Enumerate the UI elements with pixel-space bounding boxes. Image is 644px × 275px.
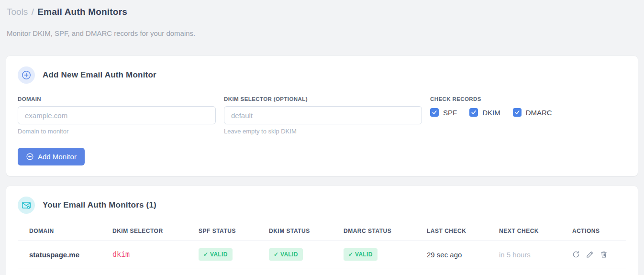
check-records-label: CHECK RECORDS — [430, 96, 626, 102]
monitor-domain: statuspage.me — [18, 241, 101, 268]
check-records-options: SPF DKIM DMARC — [430, 108, 626, 117]
add-monitor-card-title: Add New Email Auth Monitor — [43, 70, 156, 80]
add-monitor-form: DOMAIN Domain to monitor DKIM SELECTOR (… — [18, 96, 626, 135]
add-monitor-button-label: Add Monitor — [38, 153, 77, 161]
column-header-dkim-selector: DKIM SELECTOR — [101, 221, 187, 241]
dkim-selector-input[interactable] — [224, 106, 422, 124]
checkbox-spf[interactable]: SPF — [430, 108, 457, 117]
add-monitor-card: Add New Email Auth Monitor DOMAIN Domain… — [6, 56, 638, 176]
page-title: Email Auth Monitors — [37, 7, 127, 17]
column-header-last-check: LAST CHECK — [415, 221, 488, 241]
plus-circle-icon — [18, 66, 35, 84]
edit-pencil-icon[interactable] — [586, 251, 594, 258]
checkbox-checked-icon — [513, 108, 522, 117]
domain-field-group: DOMAIN Domain to monitor — [18, 96, 216, 135]
monitor-dmarc-status-cell: ✓ VALID — [332, 241, 415, 268]
column-header-next-check: NEXT CHECK — [488, 221, 561, 241]
monitor-dkim-status-cell: ✓ VALID — [257, 241, 332, 268]
checkbox-dmarc[interactable]: DMARC — [513, 108, 552, 117]
monitors-table: DOMAIN DKIM SELECTOR SPF STATUS DKIM STA… — [18, 221, 626, 268]
checkbox-checked-icon — [469, 108, 478, 117]
spf-status-badge: ✓ VALID — [199, 248, 233, 261]
checkbox-dkim-label: DKIM — [482, 109, 500, 117]
monitors-card-header: Your Email Auth Monitors (1) — [18, 197, 626, 214]
trash-icon[interactable] — [600, 251, 608, 258]
monitor-last-check: 29 sec ago — [415, 241, 488, 268]
checkbox-dkim[interactable]: DKIM — [469, 108, 500, 117]
checkbox-spf-label: SPF — [443, 109, 457, 117]
dkim-selector-field-label: DKIM SELECTOR (OPTIONAL) — [224, 96, 422, 102]
checkbox-checked-icon — [430, 108, 439, 117]
monitors-card: Your Email Auth Monitors (1) DOMAIN DKIM… — [6, 186, 638, 275]
dkim-selector-field-group: DKIM SELECTOR (OPTIONAL) Leave empty to … — [224, 96, 422, 135]
mail-check-icon — [18, 197, 35, 214]
row-actions — [572, 251, 615, 258]
checkbox-dmarc-label: DMARC — [526, 109, 552, 117]
column-header-spf-status: SPF STATUS — [187, 221, 257, 241]
monitor-dkim-selector: dkim — [101, 241, 187, 268]
column-header-domain: DOMAIN — [18, 221, 101, 241]
check-records-group: CHECK RECORDS SPF DK — [430, 96, 626, 117]
monitor-spf-status-cell: ✓ VALID — [187, 241, 257, 268]
refresh-icon[interactable] — [572, 251, 580, 258]
column-header-dmarc-status: DMARC STATUS — [332, 221, 415, 241]
column-header-dkim-status: DKIM STATUS — [257, 221, 332, 241]
table-header-row: DOMAIN DKIM SELECTOR SPF STATUS DKIM STA… — [18, 221, 626, 241]
page-subtitle: Monitor DKIM, SPF, and DMARC records for… — [7, 29, 637, 37]
breadcrumb-tools-link[interactable]: Tools — [7, 7, 28, 17]
table-row: statuspage.me dkim ✓ VALID ✓ VALID ✓ VAL… — [18, 241, 626, 268]
dmarc-status-badge: ✓ VALID — [344, 248, 378, 261]
page-header: Tools / Email Auth Monitors Monitor DKIM… — [0, 0, 644, 37]
plus-circle-icon — [26, 153, 34, 161]
dkim-selector-field-helper: Leave empty to skip DKIM — [224, 128, 422, 135]
breadcrumb-separator: / — [31, 7, 35, 17]
add-monitor-button[interactable]: Add Monitor — [18, 148, 85, 165]
domain-field-helper: Domain to monitor — [18, 128, 216, 135]
column-header-actions: ACTIONS — [561, 221, 626, 241]
monitor-actions-cell — [561, 241, 626, 268]
monitors-card-title: Your Email Auth Monitors (1) — [43, 200, 156, 210]
breadcrumb: Tools / Email Auth Monitors — [7, 6, 637, 18]
domain-field-label: DOMAIN — [18, 96, 216, 102]
dkim-status-badge: ✓ VALID — [269, 248, 303, 261]
add-monitor-card-header: Add New Email Auth Monitor — [18, 66, 626, 84]
domain-input[interactable] — [18, 106, 216, 124]
monitor-next-check: in 5 hours — [488, 241, 561, 268]
